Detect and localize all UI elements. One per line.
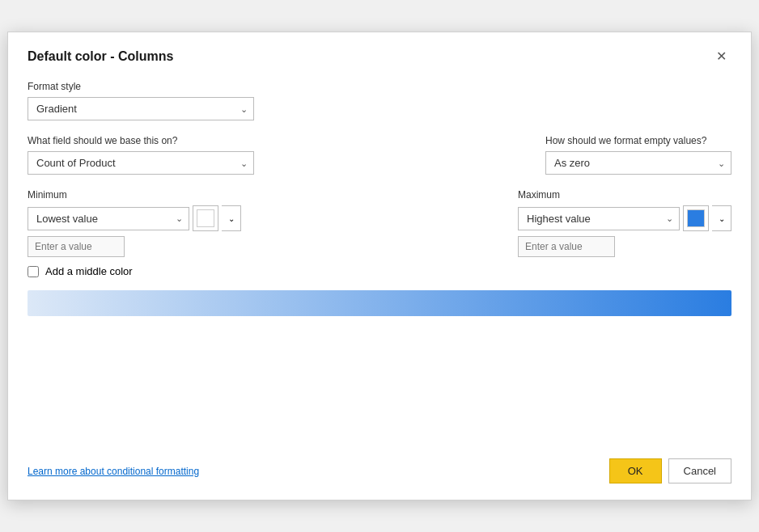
maximum-label: Maximum (518, 189, 731, 201)
format-style-label: Format style (28, 81, 731, 92)
format-style-select[interactable]: Gradient Rules Field value (28, 97, 254, 120)
middle-color-row: Add a middle color (28, 265, 731, 277)
minimum-select-wrapper: Lowest value Number Percent Percentile F… (28, 207, 189, 230)
minimum-color-dropdown-button[interactable]: ⌄ (222, 205, 241, 231)
dialog-title: Default color - Columns (28, 49, 173, 64)
field-group: What field should we base this on? Count… (28, 135, 254, 175)
maximum-value-select[interactable]: Highest value Number Percent Percentile … (518, 207, 680, 230)
maximum-color-preview (687, 209, 705, 227)
maximum-value-input[interactable] (518, 236, 615, 257)
dialog-footer: Learn more about conditional formatting … (28, 442, 731, 483)
field-label: What field should we base this on? (28, 135, 254, 146)
minimum-color-swatch-button[interactable] (193, 205, 218, 231)
field-select[interactable]: Count of Product (28, 151, 254, 175)
maximum-group: Maximum Highest value Number Percent Per… (518, 189, 731, 257)
empty-values-group: How should we format empty values? As ze… (545, 135, 731, 175)
cancel-button[interactable]: Cancel (668, 458, 731, 483)
dialog-header: Default color - Columns ✕ (28, 49, 731, 65)
field-empty-row: What field should we base this on? Count… (28, 135, 731, 175)
format-style-wrapper: Gradient Rules Field value ⌄ (28, 97, 254, 120)
empty-values-select[interactable]: As zero As missing (545, 151, 731, 175)
minmax-row: Minimum Lowest value Number Percent Perc… (28, 189, 731, 257)
maximum-controls: Highest value Number Percent Percentile … (518, 205, 731, 231)
gradient-bar (28, 290, 731, 316)
minimum-value-input[interactable] (28, 236, 125, 257)
empty-values-wrapper: As zero As missing ⌄ (545, 151, 731, 175)
minimum-controls: Lowest value Number Percent Percentile F… (28, 205, 241, 231)
empty-values-label: How should we format empty values? (545, 135, 731, 146)
minimum-value-select[interactable]: Lowest value Number Percent Percentile F… (28, 207, 189, 230)
minimum-group: Minimum Lowest value Number Percent Perc… (28, 189, 241, 257)
maximum-color-swatch-button[interactable] (683, 205, 709, 231)
middle-color-checkbox[interactable] (28, 266, 39, 277)
close-button[interactable]: ✕ (711, 49, 731, 65)
ok-button[interactable]: OK (609, 458, 662, 483)
format-style-section: Format style Gradient Rules Field value … (28, 81, 731, 120)
maximum-color-dropdown-button[interactable]: ⌄ (712, 205, 731, 231)
dialog-container: Default color - Columns ✕ Format style G… (7, 32, 752, 500)
minimum-label: Minimum (28, 189, 241, 201)
minimum-color-preview (197, 209, 214, 227)
field-select-wrapper: Count of Product ⌄ (28, 151, 254, 175)
middle-color-label: Add a middle color (45, 265, 133, 277)
learn-more-link[interactable]: Learn more about conditional formatting (28, 466, 199, 477)
footer-buttons: OK Cancel (609, 458, 731, 483)
maximum-select-wrapper: Highest value Number Percent Percentile … (518, 207, 680, 230)
